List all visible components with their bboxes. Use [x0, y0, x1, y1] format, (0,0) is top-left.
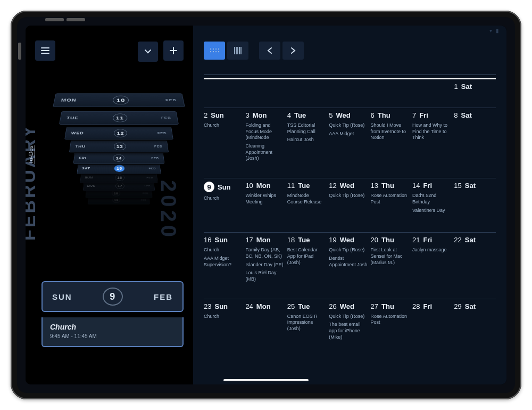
tile-dow: TUE — [66, 116, 79, 120]
event-item[interactable]: Louis Riel Day (MB) — [245, 270, 284, 282]
day-cell[interactable]: 14FriDad's 52nd BirthdayValentine's Day — [412, 182, 454, 220]
collapse-button[interactable] — [138, 42, 158, 62]
day-number: 21 — [412, 236, 420, 244]
day-name: Sun — [214, 236, 228, 244]
day-cell[interactable]: 18TueBest Calendar App for iPad (Josh) — [287, 236, 329, 286]
day-cell[interactable]: 6ThuShould I Move from Evernote to Notio… — [371, 111, 412, 166]
tile-month: FEB — [143, 192, 148, 194]
day-cell[interactable]: 3MonFolding and Focus Mode (MindNodeClea… — [245, 111, 287, 166]
day-header: 17Mon — [245, 236, 284, 244]
day-tile[interactable]: FRI14FEB — [73, 152, 165, 163]
tile-num: 11 — [113, 113, 128, 122]
day-cell[interactable]: 5WedQuick Tip (Rose)AAA Midget — [329, 111, 370, 166]
today-event-card[interactable]: Church 9:45 AM - 11:45 AM — [41, 317, 184, 347]
event-item[interactable]: TSS Editorial Planning Call — [287, 122, 326, 135]
event-item[interactable]: The best email app for iPhone (Mike) — [329, 322, 367, 340]
event-item[interactable]: Should I Move from Evernote to Notion — [371, 122, 409, 141]
event-item[interactable]: Haircut Josh — [287, 137, 326, 143]
event-item[interactable]: Valentine's Day — [412, 208, 451, 214]
event-item[interactable]: Church — [204, 195, 242, 202]
event-item[interactable]: Rose Automation Post — [371, 193, 409, 205]
day-header: 25Tue — [287, 302, 326, 310]
event-item[interactable]: Canon EOS R Impressions (Josh) — [287, 314, 326, 332]
day-cell[interactable]: 1Sat — [454, 78, 496, 96]
day-name: Sat — [461, 83, 472, 91]
day-cell[interactable]: 7FriHow and Why to Find the Time to Thin… — [412, 111, 454, 166]
day-number: 20 — [371, 236, 378, 244]
day-cell[interactable]: 25TueCanon EOS R Impressions (Josh) — [287, 302, 329, 345]
event-item[interactable]: Jaclyn massage — [412, 247, 451, 253]
day-tile[interactable]: SUN16FEB — [80, 173, 158, 183]
event-item[interactable]: MindNode Course Release — [287, 193, 326, 205]
tile-num: 12 — [114, 129, 127, 137]
day-cell[interactable]: 24Mon — [245, 302, 287, 345]
home-indicator[interactable] — [223, 379, 309, 381]
day-cell[interactable]: 11TueMindNode Course Release — [287, 182, 329, 220]
day-cell[interactable]: 2SunChurch — [204, 111, 245, 166]
tile-month: FEB — [154, 145, 163, 148]
day-header: 11Tue — [287, 182, 326, 190]
day-number: 3 — [245, 111, 249, 119]
menu-button[interactable] — [35, 40, 55, 61]
event-item[interactable]: Quick Tip (Rose) — [329, 247, 367, 253]
today-tile[interactable]: SUN 9 FEB — [41, 281, 184, 312]
day-cell[interactable]: 8Sat — [454, 111, 495, 166]
day-cell[interactable]: 22Sat — [454, 236, 495, 286]
event-time: 9:45 AM - 11:45 AM — [50, 333, 175, 339]
day-header: 12Wed — [329, 182, 367, 190]
day-cell[interactable]: 4TueTSS Editorial Planning CallHaircut J… — [287, 111, 329, 166]
event-item[interactable]: Dentist Appointment Josh — [329, 256, 367, 268]
day-name: Wed — [336, 111, 350, 119]
day-cell[interactable]: 10MonWinkler Whips Meeting — [245, 182, 287, 220]
day-tile[interactable]: MON10FEB — [53, 93, 185, 107]
day-cell[interactable]: 23SunChurch — [204, 302, 245, 345]
day-number: 11 — [287, 182, 295, 190]
event-item[interactable]: Church — [204, 247, 242, 253]
event-item[interactable]: Dad's 52nd Birthday — [412, 193, 451, 205]
day-cell[interactable]: 29Sat — [454, 302, 495, 345]
event-item[interactable]: Islander Day (PE) — [245, 262, 284, 268]
day-cell[interactable]: 15Sat — [454, 182, 495, 220]
day-cell[interactable]: 17MonFamily Day (AB, BC, NB, ON, SK)Isla… — [245, 236, 287, 286]
event-item[interactable]: Folding and Focus Mode (MindNode — [245, 122, 284, 141]
week-row: 1Sat — [204, 75, 496, 96]
event-item[interactable]: Cleaning Appointment (Josh) — [245, 143, 284, 162]
day-header: 8Sat — [454, 111, 492, 119]
day-tile[interactable]: WED12FEB — [64, 127, 173, 140]
add-button[interactable] — [163, 40, 184, 61]
day-cell[interactable]: 27ThuRose Automation Post — [371, 302, 412, 345]
event-item[interactable]: Church — [204, 122, 242, 129]
event-item[interactable]: AAA Midget — [329, 131, 367, 137]
view-list-button[interactable] — [227, 42, 248, 60]
event-item[interactable]: AAA Midget Supervision? — [204, 256, 242, 268]
view-month-button[interactable] — [204, 42, 225, 60]
event-item[interactable]: Church — [204, 314, 242, 320]
event-item[interactable]: Family Day (AB, BC, NB, ON, SK) — [245, 247, 284, 259]
day-cell[interactable]: 9SunChurch — [204, 182, 245, 220]
event-item[interactable]: Quick Tip (Rose) — [329, 314, 367, 320]
tile-num: 19 — [112, 197, 120, 203]
next-month-button[interactable] — [282, 42, 304, 60]
day-tile[interactable]: THU13FEB — [69, 141, 169, 152]
event-item[interactable]: Quick Tip (Rose) — [329, 193, 367, 199]
day-cell[interactable]: 12WedQuick Tip (Rose) — [329, 182, 370, 220]
event-item[interactable]: Quick Tip (Rose) — [329, 122, 367, 129]
day-cell[interactable]: 13ThuRose Automation Post — [371, 182, 412, 220]
event-item[interactable]: Winkler Whips Meeting — [245, 193, 284, 205]
year-label: 2020 — [156, 180, 180, 240]
prev-month-button[interactable] — [259, 42, 280, 60]
day-cell[interactable]: 28Fri — [412, 302, 454, 345]
event-item[interactable]: How and Why to Find the Time to Think — [412, 122, 451, 141]
day-cell[interactable]: 19WedQuick Tip (Rose)Dentist Appointment… — [329, 236, 370, 286]
day-cell[interactable]: 26WedQuick Tip (Rose)The best email app … — [329, 302, 370, 345]
day-cell[interactable]: 16SunChurchAAA Midget Supervision? — [204, 236, 245, 286]
day-name: Mon — [256, 236, 271, 244]
event-item[interactable]: Best Calendar App for iPad (Josh) — [287, 247, 326, 266]
todos-tab[interactable]: To-Dos — [28, 145, 35, 164]
day-tile[interactable]: TUE11FEB — [59, 111, 179, 125]
day-tile[interactable]: SAT15FEB — [77, 163, 161, 174]
day-cell[interactable]: 20ThuFirst Look at Sensei for Mac (Mariu… — [371, 236, 412, 286]
event-item[interactable]: First Look at Sensei for Mac (Marius M.) — [371, 247, 409, 266]
day-cell[interactable]: 21FriJaclyn massage — [412, 236, 454, 286]
event-item[interactable]: Rose Automation Post — [371, 314, 409, 326]
